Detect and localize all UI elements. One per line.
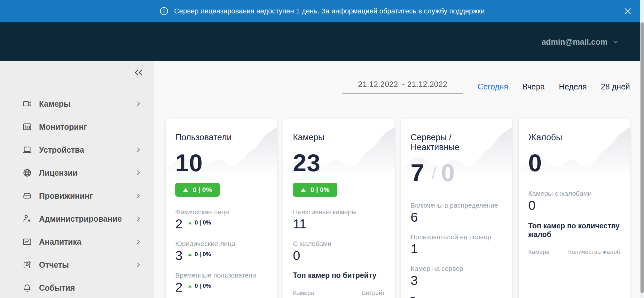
stat-inactive-cameras: Неактивные камеры 11 xyxy=(293,208,385,231)
laptop-icon xyxy=(22,145,33,155)
sidebar-item-events[interactable]: События xyxy=(0,276,154,298)
top-servers-bitrate-table: Топ серверов по битрейту Сервер Битрейт xyxy=(411,296,503,298)
banner-message: Сервер лицензирования недоступен 1 день.… xyxy=(174,7,484,15)
info-icon xyxy=(159,6,169,16)
sidebar-item-reports[interactable]: Отчеты xyxy=(0,253,154,276)
sidebar-nav: Камеры Мониторинг xyxy=(0,84,154,298)
chevron-right-icon xyxy=(135,261,142,268)
card-servers: Серверы / Неактивные 7 / 0 Включены в ра… xyxy=(401,118,512,298)
top-cameras-complaints-table: Топ камер по количеству жалоб Камера Кол… xyxy=(528,222,620,256)
top-header: admin@mail.com xyxy=(0,22,644,61)
triangle-up-icon xyxy=(301,188,306,192)
video-camera-icon xyxy=(22,99,33,109)
sidebar-item-label: Провижининг xyxy=(39,191,129,201)
tab-28-days[interactable]: 28 дней xyxy=(601,82,630,91)
chevron-right-icon xyxy=(135,169,142,176)
chevron-right-icon xyxy=(135,146,142,153)
card-main-value: 10 xyxy=(175,151,203,175)
sidebar-item-label: Камеры xyxy=(39,99,129,109)
date-range-value: 21.12.2022 ~ 21.12.2022 xyxy=(358,80,447,88)
card-main-value: 23 xyxy=(293,151,321,175)
stat-individuals: Физические лица 2 0 | 0% xyxy=(175,208,267,231)
sidebar-item-label: Аналитика xyxy=(39,237,129,247)
card-secondary-value: 0 xyxy=(441,161,455,185)
card-title: Жалобы xyxy=(528,133,620,142)
sidebar-item-label: События xyxy=(39,283,142,293)
card-users: Пользователи 10 0 | 0% Физические лица 2 xyxy=(166,118,277,298)
chevron-down-icon xyxy=(612,38,619,45)
sidebar-item-label: Устройства xyxy=(39,145,129,155)
card-main-value: 0 xyxy=(528,151,542,175)
sidebar-item-monitoring[interactable]: Мониторинг xyxy=(0,115,154,138)
delta-badge: 0 | 0% xyxy=(188,283,211,289)
line-chart-icon xyxy=(22,237,33,247)
sidebar-item-devices[interactable]: Устройства xyxy=(0,138,154,161)
stat-users-per-server: Пользователей на сервер 1 xyxy=(411,233,503,256)
card-title: Пользователи xyxy=(175,133,267,142)
sidebar-item-label: Отчеты xyxy=(39,260,129,270)
card-title: Камеры xyxy=(293,133,385,142)
delta-badge: 0 | 0% xyxy=(188,219,211,226)
sidebar-item-administration[interactable]: Администрирование xyxy=(0,207,154,230)
stat-legal-entities: Юридические лица 3 0 | 0% xyxy=(175,240,267,263)
tab-week[interactable]: Неделя xyxy=(559,82,587,91)
sidebar-item-licenses[interactable]: Лицензии xyxy=(0,161,154,184)
column-header: Количество жалоб xyxy=(568,248,620,256)
sidebar-item-cameras[interactable]: Камеры xyxy=(0,92,154,115)
delta-badge: 0 | 0% xyxy=(188,251,211,258)
column-header: Камера xyxy=(293,289,314,296)
period-tabs: Сегодня Вчера Неделя 28 дней xyxy=(477,82,630,91)
sidebar: Камеры Мониторинг xyxy=(0,61,154,298)
card-cameras: Камеры 23 0 | 0% Неактивные камеры 11 С … xyxy=(283,118,395,298)
trend-badge: 0 | 0% xyxy=(175,183,220,197)
triangle-up-icon xyxy=(183,188,188,192)
date-range-input[interactable]: 21.12.2022 ~ 21.12.2022 xyxy=(342,80,463,94)
stat-temporary-users: Временные пользователи 2 0 | 0% xyxy=(175,271,267,294)
user-gear-icon xyxy=(22,214,33,224)
license-banner: Сервер лицензирования недоступен 1 день.… xyxy=(0,0,644,22)
tab-yesterday[interactable]: Вчера xyxy=(522,82,545,91)
chevron-right-icon xyxy=(135,238,142,245)
card-title: Серверы / Неактивные xyxy=(411,133,503,152)
chevron-right-icon xyxy=(135,100,142,107)
sidebar-item-label: Лицензии xyxy=(39,168,129,178)
scrollbar-thumb[interactable] xyxy=(640,22,644,293)
period-toolbar: 21.12.2022 ~ 21.12.2022 Сегодня Вчера Не… xyxy=(166,80,630,94)
column-header: Битрейт xyxy=(362,289,385,296)
stat-cameras-per-server: Камер на сервер 3 xyxy=(411,265,503,288)
trend-badge: 0 | 0% xyxy=(293,183,337,197)
close-icon[interactable] xyxy=(622,6,633,17)
triangle-up-icon xyxy=(188,285,192,288)
sidebar-item-analytics[interactable]: Аналитика xyxy=(0,230,154,253)
stat-in-distribution: Включены в распределение 6 xyxy=(411,202,503,225)
monitoring-chart-icon xyxy=(22,122,33,132)
server-icon xyxy=(22,191,33,201)
sidebar-header xyxy=(0,61,154,84)
collapse-sidebar-button[interactable] xyxy=(132,67,145,78)
triangle-up-icon xyxy=(188,221,192,225)
main-content: 21.12.2022 ~ 21.12.2022 Сегодня Вчера Не… xyxy=(154,61,644,298)
column-header: Камера xyxy=(528,248,549,256)
stat-cameras-with-complaints: Камеры с жалобами 0 xyxy=(528,190,620,213)
page-scrollbar[interactable] xyxy=(640,0,644,298)
top-cameras-bitrate-table: Топ камер по битрейту Камера Битрейт 192… xyxy=(293,271,385,298)
chevron-right-icon xyxy=(135,215,142,222)
kpi-cards-row: Пользователи 10 0 | 0% Физические лица 2 xyxy=(166,118,630,298)
user-email: admin@mail.com xyxy=(542,37,608,47)
card-main-value: 7 xyxy=(411,161,424,185)
bell-icon xyxy=(22,283,33,293)
chevron-right-icon xyxy=(135,192,142,199)
sidebar-item-label: Администрирование xyxy=(39,214,129,224)
sidebar-item-label: Мониторинг xyxy=(39,122,142,132)
globe-icon xyxy=(22,168,33,178)
sidebar-item-provisioning[interactable]: Провижининг xyxy=(0,184,154,207)
triangle-up-icon xyxy=(188,253,192,256)
stat-with-complaints: С жалобами 0 xyxy=(293,240,385,263)
value-separator: / xyxy=(431,164,436,182)
user-menu[interactable]: admin@mail.com xyxy=(542,37,619,47)
card-complaints: Жалобы 0 Камеры с жалобами 0 Топ камер п… xyxy=(519,118,630,298)
tab-today[interactable]: Сегодня xyxy=(477,82,508,91)
edit-icon xyxy=(22,260,33,270)
